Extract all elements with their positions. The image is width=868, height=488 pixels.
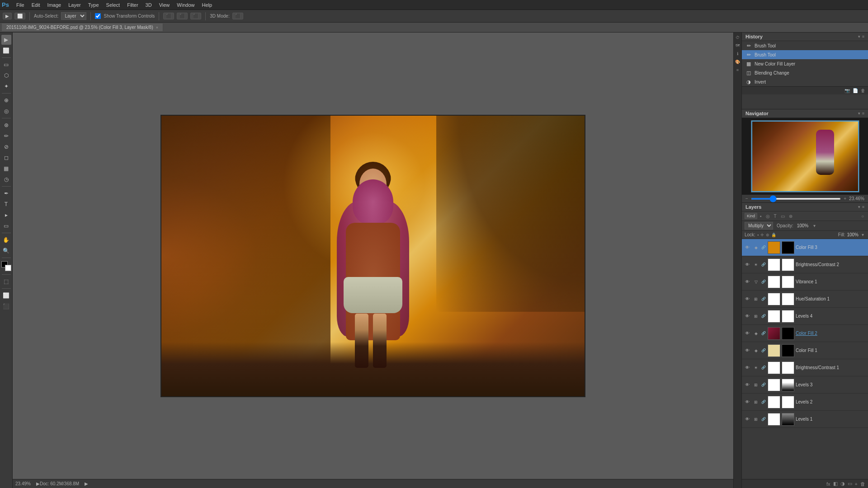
lock-artboard-icon[interactable]: ⊛ [766,233,769,237]
artboard-tool[interactable]: ⬜ [1,46,11,56]
layer-row-levels-2[interactable]: 👁 ⊞ 🔗 Levels 2 [742,394,868,411]
add-mask-btn[interactable]: ◧ [833,481,838,487]
layer-row-levels-4[interactable]: 👁 ⊞ 🔗 Levels 4 [742,308,868,325]
history-snapshot-btn[interactable]: 📷 [844,88,850,93]
brush-tool[interactable]: ✏ [1,131,11,141]
zoom-tool[interactable]: 🔍 [1,246,11,256]
layer-row-color-fill-1[interactable]: 👁 ◈ 🔗 Color Fill 1 [742,342,868,359]
layer-row-vibrance-1[interactable]: 👁 ▽ 🔗 Vibrance 1 [742,273,868,291]
history-item-0[interactable]: ✏ Brush Tool [742,41,868,50]
quick-mask-btn[interactable]: ⬚ [1,277,11,286]
layer-row-color-fill-3[interactable]: 👁 ◈ 🔗 Color Fill 3 [742,239,868,256]
menu-file[interactable]: File [13,1,28,9]
show-transform-checkbox[interactable] [95,13,101,19]
add-layer-style-btn[interactable]: fx [826,481,830,487]
clone-tool[interactable]: ⊘ [1,142,11,152]
new-adjustment-btn[interactable]: ◑ [840,481,845,487]
menu-window[interactable]: Window [173,1,198,9]
zoom-slider[interactable] [751,198,841,200]
auto-select-dropdown[interactable]: Layer Group [61,12,86,20]
menu-view[interactable]: View [156,1,174,9]
eyedropper-tool[interactable]: ◎ [1,106,11,116]
layer-link-levels-3[interactable]: 🔗 [761,382,766,388]
layer-visibility-hue-saturation-1[interactable]: 👁 [744,296,751,303]
layer-visibility-color-fill-2[interactable]: 👁 [744,330,751,337]
text-tool[interactable]: T [1,199,11,209]
info-panel-icon[interactable]: ℹ [735,51,741,57]
color-panel-icon[interactable]: 🎨 [735,59,741,65]
align-center-btn[interactable]: ⬛ [177,13,188,19]
history-item-3[interactable]: ◫ Blending Change [742,68,868,77]
layer-link-levels-1[interactable]: 🔗 [761,417,766,422]
artboard-btn[interactable]: ⬜ [14,13,25,19]
delete-layer-btn[interactable]: 🗑 [860,481,865,487]
navigator-collapse-btn[interactable]: ▾ [858,111,860,116]
screen-mode-btn[interactable]: ⬜ [1,291,11,300]
layer-link-brightness-contrast-2[interactable]: 🔗 [761,262,766,267]
layer-visibility-vibrance-1[interactable]: 👁 [744,278,751,286]
layer-row-brightness-contrast-2[interactable]: 👁 ☀ 🔗 Brightness/Contrast 2 [742,256,868,273]
layer-visibility-levels-4[interactable]: 👁 [744,313,751,320]
path-select-tool[interactable]: ▸ [1,210,11,220]
spot-heal-tool[interactable]: ⊛ [1,120,11,130]
new-group-btn[interactable]: ▭ [848,481,852,487]
layer-link-hue-saturation-1[interactable]: 🔗 [761,296,766,302]
layer-link-levels-4[interactable]: 🔗 [761,314,766,319]
zoom-in-btn[interactable]: + [844,196,846,201]
history-delete-btn[interactable]: 🗑 [861,88,865,93]
layer-visibility-brightness-contrast-2[interactable]: 👁 [744,261,751,268]
crop-tool[interactable]: ⊕ [1,95,11,105]
dodge-tool[interactable]: ◷ [1,174,11,184]
gradient-tool[interactable]: ▦ [1,164,11,174]
layer-link-color-fill-3[interactable]: 🔗 [761,245,766,250]
layer-link-vibrance-1[interactable]: 🔗 [761,279,766,285]
layer-visibility-levels-1[interactable]: 👁 [744,416,751,423]
magic-wand-tool[interactable]: ✦ [1,81,11,91]
marquee-tool[interactable]: ▭ [1,60,11,70]
doc-size-arrow[interactable]: ▶ [85,481,88,486]
layer-row-levels-1[interactable]: 👁 ⊞ 🔗 Levels 1 [742,411,868,428]
layer-row-levels-3[interactable]: 👁 ⊞ 🔗 Levels 3 [742,376,868,394]
menu-select[interactable]: Select [103,1,124,9]
new-layer-btn[interactable]: + [855,481,858,487]
move-tool[interactable]: ▶ [1,35,11,45]
layer-visibility-brightness-contrast-1[interactable]: 👁 [744,364,751,371]
navigator-options-btn[interactable]: ≡ [862,111,864,116]
filter-type-icon[interactable]: T [773,213,778,219]
filter-pixel-icon[interactable]: ▪ [759,213,763,219]
filter-smart-icon[interactable]: ⊛ [788,213,794,219]
menu-type[interactable]: Type [85,1,103,9]
history-panel-icon[interactable]: ⏱ [735,34,741,41]
opacity-dropdown-icon[interactable]: ▾ [812,223,817,229]
layer-link-color-fill-2[interactable]: 🔗 [761,331,766,336]
history-new-doc-btn[interactable]: 📄 [853,88,858,93]
align-right-btn[interactable]: ⬛ [190,13,201,19]
menu-edit[interactable]: Edit [28,1,44,9]
lock-move-icon[interactable]: ✛ [760,233,764,237]
menu-filter[interactable]: Filter [123,1,142,9]
history-item-4[interactable]: ◑ Invert [742,77,868,86]
blend-mode-select[interactable]: Multiply Normal Screen Overlay [745,222,773,230]
tab-close-btn[interactable]: × [156,25,158,30]
layer-link-levels-2[interactable]: 🔗 [761,399,766,405]
menu-image[interactable]: Image [44,1,65,9]
shape-tool[interactable]: ▭ [1,221,11,231]
layers-panel-icon[interactable]: ≡ [735,67,741,73]
layer-visibility-levels-3[interactable]: 👁 [744,381,751,389]
status-arrow[interactable]: ▶ [36,481,40,486]
hand-tool[interactable]: ✋ [1,235,11,245]
layer-visibility-levels-2[interactable]: 👁 [744,399,751,406]
menu-3d[interactable]: 3D [142,1,156,9]
layers-collapse-btn[interactable]: ▾ [858,205,860,209]
foreground-background-colors[interactable] [1,261,11,271]
layer-visibility-color-fill-1[interactable]: 👁 [744,347,751,354]
eraser-tool[interactable]: ◻ [1,153,11,163]
layer-visibility-color-fill-3[interactable]: 👁 [744,244,751,251]
background-color[interactable] [5,265,11,271]
history-options-btn[interactable]: ≡ [862,34,864,39]
3d-mode-btn[interactable]: ⬛ [232,13,243,19]
history-collapse-btn[interactable]: ▾ [858,34,860,39]
pen-tool[interactable]: ✒ [1,188,11,198]
lock-all-icon[interactable]: 🔒 [771,233,776,237]
layer-link-brightness-contrast-1[interactable]: 🔗 [761,365,766,371]
